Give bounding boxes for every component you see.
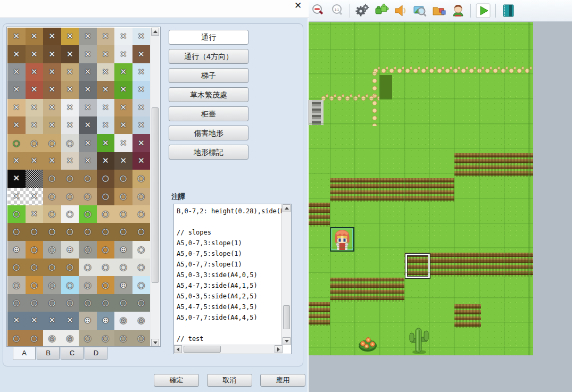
palette-tile[interactable]: ○ [132,330,151,347]
palette-tile[interactable]: ○ [132,258,151,276]
palette-tile[interactable]: ✕ [61,28,79,45]
palette-tile[interactable]: ○ [61,294,79,312]
palette-tile[interactable]: ✕ [79,28,97,45]
palette-tile[interactable]: ○ [114,294,132,312]
palette-tile[interactable]: ○ [43,294,61,312]
palette-tile[interactable]: ○ [97,205,115,223]
palette-tile[interactable]: ✕ [114,152,132,170]
palette-tile[interactable]: ✕ [26,81,44,98]
palette-tile[interactable]: ✕ [61,152,79,170]
palette-tile[interactable]: ✕ [43,45,61,63]
palette-tile[interactable]: ✕ [7,28,26,45]
palette-tile[interactable]: ○ [97,170,115,187]
palette-tile[interactable]: ○ [43,188,61,205]
tileset-grid[interactable]: ✕✕✕✕✕✕✕✕✕✕✕✕✕✕✕✕✕✕✕✕✕✕✕✕✕✕✕✕✕✕✕✕✕✕✕✕✕✕✕✕… [7,28,150,347]
palette-tile[interactable]: ○ [7,294,26,312]
palette-tile[interactable]: ◎ [43,330,61,347]
palette-tile[interactable]: ✕ [79,63,97,81]
palette-tile[interactable]: ✕ [7,81,26,98]
palette-tile[interactable]: ✕ [7,116,26,134]
palette-tile[interactable]: ○ [61,188,79,205]
mode-button-1[interactable]: 通行（4方向） [169,49,248,64]
palette-tile[interactable]: ✕ [43,116,61,134]
note-textarea[interactable]: B,0-7,2: height(0.28),side(B // slopes A… [173,204,292,354]
palette-tile[interactable]: ✕ [97,81,115,98]
actual-scale-button[interactable]: 1:1 [329,2,346,19]
palette-tile[interactable]: ○ [97,294,115,312]
palette-tile[interactable]: ✕ [7,170,26,187]
apply-button[interactable]: 應用 [260,374,305,387]
palette-tile[interactable]: ✕ [79,152,97,170]
palette-tile[interactable]: ✕ [97,99,115,116]
palette-tile[interactable]: ○ [79,188,97,205]
palette-tile[interactable]: ○ [114,205,132,223]
palette-tile[interactable]: ○ [26,223,44,240]
tileset-tab-a[interactable]: A [13,347,36,360]
palette-tile[interactable]: ✕ [61,99,79,116]
palette-tile[interactable]: ✕ [79,134,97,152]
palette-tile[interactable]: ✕ [61,63,79,81]
palette-tile[interactable]: ✕ [97,63,115,81]
palette-tile[interactable]: ○ [43,170,61,187]
note-vertical-scrollbar[interactable] [281,204,291,345]
palette-tile[interactable]: ✕ [132,81,151,98]
palette-tile[interactable]: ○ [132,170,151,187]
palette-tile[interactable]: ○ [97,258,115,276]
event-search-button[interactable] [411,2,428,19]
palette-tile[interactable]: ✕ [132,152,151,170]
palette-tile[interactable] [26,170,44,187]
palette-tile[interactable]: ✕ [7,45,26,63]
map-canvas[interactable] [309,22,533,355]
palette-tile[interactable]: ⊕ [7,241,26,258]
palette-tile[interactable]: ○ [7,223,26,240]
palette-tile[interactable]: ✕ [43,81,61,98]
palette-tile[interactable]: ○ [114,188,132,205]
mode-button-0[interactable]: 通行 [169,30,248,45]
tile-selection-box[interactable] [405,254,430,278]
ok-button[interactable]: 確定 [154,374,199,387]
palette-tile[interactable]: ✕ [61,81,79,98]
palette-tile[interactable]: ○ [26,294,44,312]
palette-tile[interactable]: ✕ [97,116,115,134]
palette-tile[interactable]: ○ [97,276,115,294]
note-scroll-down-button[interactable] [283,337,291,345]
palette-tile[interactable]: ○ [97,223,115,240]
close-button[interactable]: ✕ [292,1,304,11]
palette-tile[interactable]: ✕ [43,99,61,116]
palette-tile[interactable]: ✕ [97,28,115,45]
palette-tile[interactable]: ○ [43,276,61,294]
palette-tile[interactable]: ○ [114,223,132,240]
palette-tile[interactable]: ✕ [26,312,44,329]
palette-tile[interactable]: ○ [61,170,79,187]
palette-tile[interactable]: ⊕ [79,312,97,329]
palette-tile[interactable]: ○ [97,330,115,347]
palette-scroll-thumb[interactable] [152,107,159,283]
note-hscroll-thumb[interactable] [184,346,221,353]
zoom-out-button[interactable] [310,2,327,19]
tileset-tab-b[interactable]: B [37,347,60,360]
palette-tile[interactable]: ○ [79,276,97,294]
palette-tile[interactable]: ✕ [7,188,26,205]
palette-tile[interactable]: ○ [26,258,44,276]
palette-tile[interactable]: ◎ [114,312,132,329]
palette-tile[interactable]: ✕ [61,116,79,134]
palette-tile[interactable]: ○ [132,276,151,294]
palette-tile[interactable]: ✕ [132,116,151,134]
palette-tile[interactable]: ✕ [97,152,115,170]
palette-tile[interactable]: ○ [114,170,132,187]
palette-tile[interactable]: ○ [26,241,44,258]
palette-tile[interactable]: ○ [79,241,97,258]
palette-tile[interactable]: ✕ [61,45,79,63]
palette-tile[interactable]: ✕ [79,99,97,116]
palette-tile[interactable]: ✕ [26,45,44,63]
palette-tile[interactable]: ○ [132,188,151,205]
palette-tile[interactable]: ✕ [26,188,44,205]
tileset-tab-c[interactable]: C [61,347,84,360]
palette-tile[interactable]: ○ [7,258,26,276]
palette-tile[interactable]: ○ [61,223,79,240]
palette-tile[interactable]: ✕ [132,134,151,152]
palette-tile[interactable]: ✕ [43,152,61,170]
palette-tile[interactable]: ○ [43,205,61,223]
palette-tile[interactable]: ✕ [114,116,132,134]
scroll-up-button[interactable] [151,28,159,36]
